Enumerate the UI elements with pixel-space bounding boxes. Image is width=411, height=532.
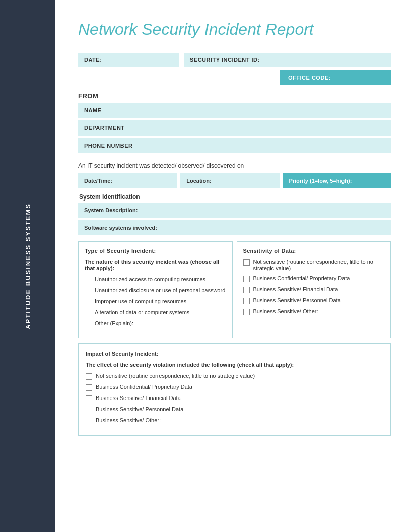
page-title: Network Security Incident Report [78, 20, 391, 39]
priority-field[interactable]: Priority (1=low, 5=high): [283, 173, 391, 188]
type-section-title: Type of Security Incident: [85, 248, 226, 254]
impact-checkbox-5[interactable]: Business Sensitive/ Other: [86, 417, 383, 424]
sensitivity-column: Sensitivity of Data: Not sensitive (rout… [237, 241, 391, 338]
impact-checkbox-label-4: Business Sensitive/ Personnel Data [96, 406, 183, 412]
impact-checkbox-label-3: Business Sensitive/ Financial Data [96, 395, 181, 401]
sensitivity-checkbox-4[interactable]: Business Sensitive/ Personnel Data [243, 297, 385, 304]
sensitivity-section-title: Sensitivity of Data: [243, 248, 385, 254]
impact-checkbox-box-2[interactable] [86, 384, 92, 391]
type-checkbox-5[interactable]: Other (Explain): [85, 320, 226, 327]
office-code-row: OFFICE CODE: [78, 70, 391, 85]
checkbox-box-5[interactable] [85, 321, 91, 327]
sidebar: APTITUDE BUSINESS SYSTEMS [0, 0, 55, 532]
impact-checkbox-box-3[interactable] [86, 395, 92, 402]
system-identification-label: System Identification [78, 193, 391, 201]
detected-row: Date/Time: Location: Priority (1=low, 5=… [78, 173, 391, 188]
detected-label: An IT security incident was detected/ ob… [78, 162, 391, 169]
name-field[interactable]: NAME [78, 103, 391, 118]
nature-text: The nature of this security incident was… [85, 259, 226, 271]
impact-checkbox-box-4[interactable] [86, 407, 92, 413]
type-checkbox-2[interactable]: Unauthorized disclosure or use of person… [85, 287, 226, 294]
type-column: Type of Security Incident: The nature of… [78, 241, 233, 338]
checkbox-box-3[interactable] [85, 299, 91, 305]
sensitivity-checkbox-label-4: Business Sensitive/ Personnel Data [253, 297, 341, 303]
sensitivity-checkbox-3[interactable]: Business Sensitive/ Financial Data [243, 286, 385, 293]
sens-checkbox-box-4[interactable] [243, 298, 250, 304]
type-checkbox-label-5: Other (Explain): [95, 320, 133, 326]
impact-checkbox-4[interactable]: Business Sensitive/ Personnel Data [86, 406, 383, 413]
sensitivity-checkbox-label-2: Business Confidential/ Proprietary Data [253, 275, 350, 281]
sensitivity-checkbox-label-5: Business Sensitive/ Other: [253, 308, 318, 314]
checkbox-box-4[interactable] [85, 310, 91, 316]
impact-section: Impact of Security Incident: The effect … [78, 343, 391, 436]
sens-checkbox-box-2[interactable] [243, 276, 250, 282]
impact-checkbox-label-5: Business Sensitive/ Other: [96, 417, 161, 423]
office-code-field[interactable]: OFFICE CODE: [280, 70, 391, 85]
incident-columns: Type of Security Incident: The nature of… [78, 241, 391, 338]
type-checkbox-3[interactable]: Improper use of computing resources [85, 298, 226, 305]
impact-checkbox-label-1: Not sensitive (routine correspondence, l… [96, 373, 255, 379]
sens-checkbox-box-5[interactable] [243, 309, 250, 315]
impact-checkbox-3[interactable]: Business Sensitive/ Financial Data [86, 395, 383, 402]
brand-text: APTITUDE BUSINESS SYSTEMS [24, 203, 32, 329]
impact-subtitle: The effect of the security violation inc… [86, 362, 383, 368]
type-checkbox-1[interactable]: Unauthorized access to computing resourc… [85, 276, 226, 283]
type-checkbox-label-3: Improper use of computing resources [95, 298, 186, 304]
phone-field[interactable]: PHONE NUMBER [78, 138, 391, 153]
checkbox-box-2[interactable] [85, 288, 91, 294]
main-content: Network Security Incident Report DATE: S… [55, 0, 411, 532]
date-incident-row: DATE: SECURITY INCIDENT ID: [78, 53, 391, 67]
sensitivity-checkbox-5[interactable]: Business Sensitive/ Other: [243, 308, 385, 315]
department-field[interactable]: DEPARTMENT [78, 120, 391, 136]
brand-tagline: BUSINESS SYSTEMS [24, 203, 32, 286]
impact-checkbox-1[interactable]: Not sensitive (routine correspondence, l… [86, 373, 383, 380]
date-field[interactable]: DATE: [78, 53, 179, 67]
impact-checkbox-box-5[interactable] [86, 418, 92, 424]
impact-title: Impact of Security Incident: [86, 351, 383, 357]
sensitivity-checkbox-label-3: Business Sensitive/ Financial Data [253, 286, 338, 292]
type-checkbox-4[interactable]: Alteration of data or computer systems [85, 309, 226, 316]
location-field[interactable]: Location: [180, 173, 280, 188]
sens-checkbox-box-3[interactable] [243, 287, 250, 293]
date-time-field[interactable]: Date/Time: [78, 173, 177, 188]
sens-checkbox-box-1[interactable] [243, 259, 250, 266]
sensitivity-checkbox-label-1: Not sensitive (routine correspondence, l… [253, 259, 385, 271]
software-systems-field[interactable]: Software systems involved: [78, 220, 391, 235]
sensitivity-checkbox-2[interactable]: Business Confidential/ Proprietary Data [243, 275, 385, 282]
security-incident-id-field[interactable]: SECURITY INCIDENT ID: [184, 53, 391, 67]
from-label: FROM [78, 92, 391, 100]
type-checkbox-label-1: Unauthorized access to computing resourc… [95, 276, 206, 282]
impact-checkbox-box-1[interactable] [86, 373, 92, 380]
system-section: System Identification System Description… [78, 193, 391, 235]
checkbox-box-1[interactable] [85, 277, 91, 283]
impact-checkbox-label-2: Business Confidential/ Proprietary Data [96, 384, 192, 390]
system-description-field[interactable]: System Description: [78, 203, 391, 218]
impact-checkbox-2[interactable]: Business Confidential/ Proprietary Data [86, 384, 383, 391]
sensitivity-checkbox-1[interactable]: Not sensitive (routine correspondence, l… [243, 259, 385, 271]
type-checkbox-label-2: Unauthorized disclosure or use of person… [95, 287, 225, 293]
type-checkbox-label-4: Alteration of data or computer systems [95, 309, 189, 315]
brand-name: APTITUDE [24, 288, 32, 329]
